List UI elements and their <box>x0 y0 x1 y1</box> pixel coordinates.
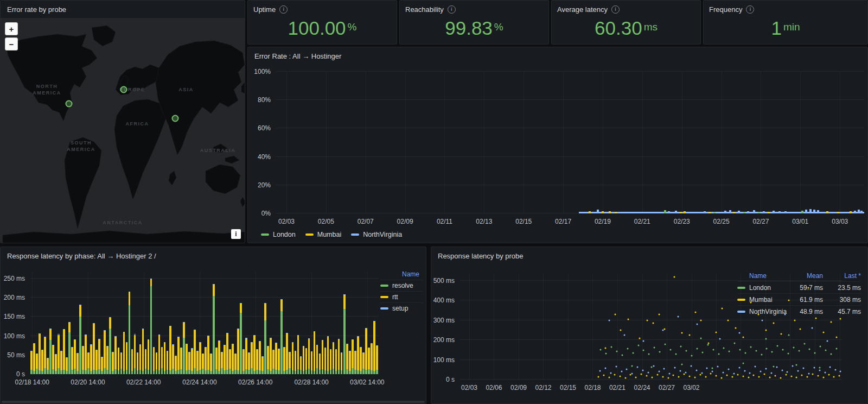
stacked-bar-rtt <box>327 337 329 371</box>
stacked-bar-resolve <box>278 370 280 374</box>
error-bar <box>609 211 611 213</box>
stacked-bar-rtt <box>95 350 98 370</box>
horizontal-scrollbar[interactable] <box>2 401 425 403</box>
stacked-bar-setup <box>66 357 68 358</box>
legend-item-mumbai[interactable]: Mumbai <box>305 231 341 238</box>
gridline <box>722 72 722 213</box>
stacked-bar-setup <box>349 351 351 351</box>
header-last[interactable]: Last * <box>823 272 861 280</box>
map-attribution-icon[interactable]: i <box>231 229 241 239</box>
stacked-bar-rtt <box>261 357 264 371</box>
header-mean[interactable]: Mean <box>787 272 823 280</box>
scatter-point-mumbai <box>731 376 733 378</box>
stacked-bar-resolve <box>338 370 340 374</box>
scatter-point-london <box>803 343 805 345</box>
stat-value: 60.30ms <box>552 14 700 42</box>
gridline <box>30 336 379 336</box>
stacked-bar-resolve <box>191 371 193 374</box>
stacked-bar-rtt <box>283 348 285 371</box>
gridline <box>840 72 840 213</box>
stacked-bar-resolve <box>101 371 103 374</box>
scatter-point-london <box>654 347 655 349</box>
gridline <box>460 359 843 360</box>
panel-stat-frequency: Frequency i 1min <box>703 0 868 45</box>
probe-marker-london[interactable] <box>120 86 127 93</box>
stacked-bar-setup <box>237 329 239 329</box>
stacked-bar-setup <box>183 322 185 323</box>
stat-title: Average latency <box>557 5 608 14</box>
stacked-bar-rtt <box>357 337 359 370</box>
legend-header-name[interactable]: Name <box>402 270 419 278</box>
legend-item-setup[interactable]: setup <box>380 302 423 314</box>
stacked-bar-resolve <box>120 369 123 374</box>
stacked-bar-rtt <box>74 340 76 369</box>
probe-marker-northvirginia[interactable] <box>66 100 73 107</box>
gridline <box>563 72 564 213</box>
error-rate-plot[interactable]: 0%20%40%60%80%100%02/0302/0502/0702/0902… <box>276 72 864 213</box>
stacked-bar-setup <box>330 349 332 350</box>
stacked-bar-rtt <box>352 340 354 369</box>
stacked-bar-rtt <box>66 358 68 371</box>
series-swatch <box>305 233 314 236</box>
legend-item-rtt[interactable]: rtt <box>380 291 423 302</box>
scatter-point-london <box>809 348 810 350</box>
stacked-bar-setup <box>161 347 163 348</box>
scatter-point-london <box>600 349 602 351</box>
stacked-bar-setup <box>346 344 348 344</box>
stacked-bar-resolve <box>156 369 158 374</box>
info-icon[interactable]: i <box>448 5 456 14</box>
legend-item-resolve[interactable]: resolve <box>380 280 423 291</box>
stat-value: 99.83% <box>400 14 548 42</box>
stacked-bar-rtt <box>60 351 62 370</box>
stacked-bar-resolve <box>248 370 250 374</box>
info-icon[interactable]: i <box>746 5 754 14</box>
panel-title[interactable]: Response latency by phase: All → Hosting… <box>7 252 156 260</box>
panel-title[interactable]: Error rate by probe <box>7 5 66 14</box>
scatter-point-mumbai <box>694 377 695 378</box>
stacked-bar-setup <box>314 331 316 332</box>
scatter-point-mumbai <box>628 319 629 320</box>
legend-row-london[interactable]: London 59.7 ms 23.5 ms <box>737 281 861 293</box>
info-icon[interactable]: i <box>279 5 288 14</box>
latency-by-phase-plot[interactable]: 0 s50 ms100 ms150 ms200 ms250 ms02/18 14… <box>30 272 379 374</box>
scatter-point-mumbai <box>689 375 691 377</box>
y-axis-tick-label: 100 ms <box>4 332 25 340</box>
stacked-bar-resolve <box>175 371 177 374</box>
stacked-bar-resolve <box>186 370 188 374</box>
legend-item-london[interactable]: London <box>261 231 296 238</box>
header-name[interactable]: Name <box>737 272 787 280</box>
stacked-bar-rtt <box>172 345 174 369</box>
scatter-point-mumbai <box>839 375 840 376</box>
scatter-point-london <box>669 349 671 350</box>
stacked-bar-rtt <box>270 338 272 371</box>
scatter-point-northvirginia <box>663 368 665 369</box>
legend-row-northvirginia[interactable]: NorthVirginia 48.9 ms 45.7 ms <box>737 305 861 317</box>
stacked-bar-resolve <box>148 370 150 374</box>
stacked-bar-resolve <box>232 371 234 374</box>
stacked-bar-rtt <box>41 350 43 371</box>
panel-title[interactable]: Response latency by probe <box>438 252 524 260</box>
error-bar <box>615 212 617 213</box>
info-icon[interactable]: i <box>611 5 620 14</box>
legend-row-mumbai[interactable]: Mumbai 61.9 ms 308 ms <box>737 293 861 305</box>
scatter-point-northvirginia <box>808 373 809 374</box>
probe-marker-mumbai[interactable] <box>171 115 178 122</box>
stacked-bar-rtt <box>213 285 215 296</box>
zoom-in-button[interactable]: + <box>5 22 18 35</box>
error-bar <box>733 212 735 213</box>
panel-title[interactable]: Error Rate : All → Hostinger <box>254 52 341 60</box>
world-map[interactable]: NORTH AMERICAEUROPEASIAAFRICASOUTH AMERI… <box>1 18 245 243</box>
series-swatch <box>380 285 388 287</box>
gridline <box>692 274 692 380</box>
stacked-bar-rtt <box>114 337 117 369</box>
stacked-bar-setup <box>120 352 123 353</box>
stacked-bar-resolve <box>240 313 242 374</box>
stacked-bar-resolve <box>213 296 215 374</box>
scatter-point-london <box>691 355 693 356</box>
legend-item-northvirginia[interactable]: NorthVirginia <box>351 231 402 238</box>
scatter-point-london <box>782 349 784 351</box>
scatter-point-mumbai <box>721 377 723 378</box>
zoom-out-button[interactable]: − <box>5 37 18 50</box>
stacked-bar-setup <box>319 354 321 354</box>
stacked-bar-setup <box>242 349 245 350</box>
